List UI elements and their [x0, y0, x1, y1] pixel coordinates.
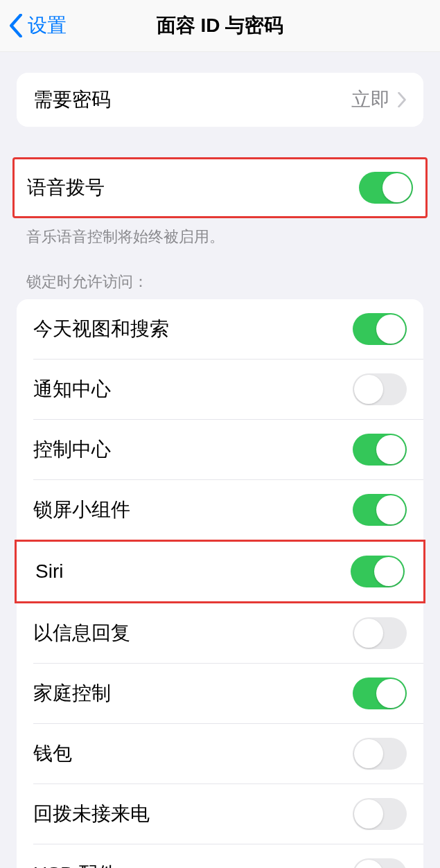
require-passcode-row[interactable]: 需要密码 立即 — [17, 73, 423, 127]
nav-bar: 设置 面容 ID 与密码 — [0, 0, 440, 52]
lock-access-item-switch[interactable] — [353, 434, 407, 466]
back-label: 设置 — [28, 12, 67, 39]
voice-dial-group: 语音拨号 — [12, 157, 428, 218]
lock-access-header: 锁定时允许访问： — [0, 272, 440, 299]
lock-access-row: 锁屏小组件 — [17, 480, 423, 540]
lock-access-row: 钱包 — [17, 724, 423, 783]
back-button[interactable]: 设置 — [0, 12, 67, 39]
voice-dial-switch[interactable] — [359, 172, 413, 204]
lock-access-item-switch[interactable] — [353, 738, 407, 770]
lock-access-item-switch[interactable] — [353, 617, 407, 649]
lock-access-row: 以信息回复 — [17, 603, 423, 663]
lock-access-row: Siri — [15, 540, 425, 603]
voice-dial-row: 语音拨号 — [15, 159, 425, 216]
lock-access-item-switch[interactable] — [353, 313, 407, 345]
chevron-left-icon — [8, 14, 24, 37]
lock-access-item-switch[interactable] — [353, 858, 407, 868]
lock-access-list: 今天视图和搜索通知中心控制中心锁屏小组件Siri以信息回复家庭控制钱包回拨未接来… — [17, 299, 423, 868]
lock-access-item-label: 通知中心 — [33, 376, 111, 402]
lock-access-item-switch[interactable] — [353, 373, 407, 405]
lock-access-item-label: 今天视图和搜索 — [33, 316, 169, 342]
lock-access-item-label: USB 配件 — [33, 861, 117, 868]
voice-dial-footer: 音乐语音控制将始终被启用。 — [0, 218, 440, 248]
require-passcode-group: 需要密码 立即 — [17, 73, 423, 127]
lock-access-item-switch[interactable] — [351, 556, 405, 587]
lock-access-row: 回拨未接来电 — [17, 784, 423, 844]
lock-access-item-label: Siri — [35, 560, 63, 583]
lock-access-item-label: 锁屏小组件 — [33, 497, 130, 523]
lock-access-row: 今天视图和搜索 — [17, 299, 423, 359]
lock-access-item-label: 回拨未接来电 — [33, 801, 150, 827]
lock-access-item-label: 钱包 — [33, 741, 72, 767]
lock-access-item-label: 家庭控制 — [33, 680, 111, 707]
lock-access-row: 通知中心 — [17, 360, 423, 419]
lock-access-row: USB 配件 — [17, 844, 423, 868]
require-passcode-value: 立即 — [351, 87, 390, 113]
lock-access-row: 控制中心 — [17, 420, 423, 479]
chevron-right-icon — [397, 92, 407, 107]
lock-access-item-switch[interactable] — [353, 798, 407, 830]
voice-dial-label: 语音拨号 — [27, 175, 105, 201]
lock-access-row: 家庭控制 — [17, 664, 423, 723]
lock-access-item-switch[interactable] — [353, 494, 407, 526]
require-passcode-label: 需要密码 — [33, 87, 111, 113]
lock-access-item-switch[interactable] — [353, 677, 407, 709]
lock-access-item-label: 以信息回复 — [33, 620, 130, 646]
lock-access-item-label: 控制中心 — [33, 436, 111, 463]
